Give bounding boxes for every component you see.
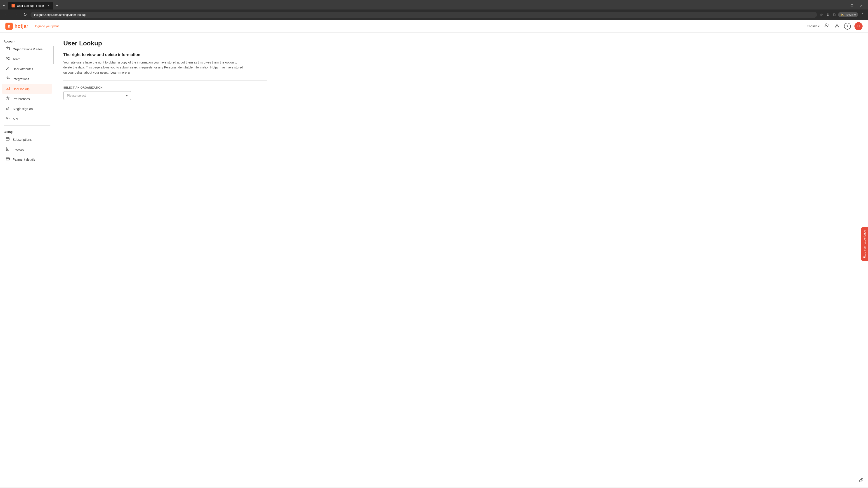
rate-experience-tab[interactable]: Rate your experience [861, 227, 868, 261]
sso-icon [5, 106, 10, 111]
account-section-label: Account [0, 38, 54, 44]
api-icon [5, 116, 10, 121]
profile-icon-button[interactable] [834, 22, 840, 30]
hotjar-logo-icon: h [5, 23, 13, 30]
svg-point-12 [8, 57, 9, 58]
tab-favicon: H [11, 4, 15, 7]
invoices-icon [5, 147, 10, 152]
language-selector[interactable]: English ▾ [807, 24, 819, 28]
sidebar: Account Organizations & sites Team User … [0, 33, 54, 488]
sidebar-item-payment-details[interactable]: Payment details [2, 155, 52, 164]
address-bar[interactable] [31, 12, 817, 18]
minimize-button[interactable]: — [839, 3, 846, 8]
user-avatar[interactable]: U [855, 22, 863, 30]
preferences-icon [5, 96, 10, 101]
sidebar-item-team[interactable]: Team [2, 54, 52, 64]
language-chevron-icon: ▾ [818, 24, 819, 28]
subscriptions-icon [5, 137, 10, 142]
learn-more-text: Learn more [111, 71, 127, 74]
svg-point-17 [7, 77, 8, 78]
sidebar-item-organizations[interactable]: Organizations & sites [2, 44, 52, 54]
header-right: English ▾ ? U [807, 22, 863, 30]
external-link-icon: ⧉ [128, 71, 130, 74]
organizations-label: Organizations & sites [13, 47, 49, 51]
svg-text:h: h [8, 24, 10, 29]
maximize-button[interactable]: ❐ [849, 3, 855, 8]
browser-tab-bar: ▾ H User Lookup - Hotjar × + — ❐ ✕ [0, 0, 868, 9]
payment-details-icon [5, 157, 10, 162]
incognito-icon: 🕵 [840, 13, 844, 16]
learn-more-link[interactable]: Learn more ⧉ [111, 71, 130, 74]
integrations-icon [5, 76, 10, 82]
help-button[interactable]: ? [844, 23, 851, 30]
organizations-icon [5, 46, 10, 52]
sidebar-item-subscriptions[interactable]: Subscriptions [2, 135, 52, 144]
logo-text: hotjar [14, 23, 28, 29]
description-text: Your site users have the right to obtain… [63, 61, 243, 74]
app-header: h hotjar Upgrade your plans English ▾ [0, 20, 868, 33]
svg-marker-22 [6, 97, 9, 99]
organization-select[interactable]: Please select... [63, 91, 131, 100]
user-attributes-label: User attributes [13, 67, 49, 71]
download-icon[interactable]: ⬇ [826, 12, 830, 18]
svg-point-7 [836, 24, 838, 26]
sidebar-item-integrations[interactable]: Integrations [2, 74, 52, 84]
preferences-label: Preferences [13, 97, 49, 101]
tab-list-button[interactable]: ▾ [2, 3, 6, 8]
user-lookup-icon [5, 86, 10, 92]
svg-point-24 [7, 109, 8, 109]
upgrade-plans-link[interactable]: Upgrade your plans [34, 24, 59, 28]
svg-rect-32 [6, 158, 9, 160]
bookmark-icon[interactable]: ☆ [819, 12, 824, 18]
select-org-label: SELECT AN ORGANIZATION: [63, 86, 859, 89]
sidebar-item-invoices[interactable]: Invoices [2, 144, 52, 154]
api-label: API [13, 117, 49, 121]
add-user-button[interactable] [823, 22, 830, 30]
sidebar-item-user-lookup[interactable]: User lookup [2, 84, 52, 94]
browser-tab-active[interactable]: H User Lookup - Hotjar × [8, 2, 53, 9]
invoices-label: Invoices [13, 148, 49, 151]
incognito-label: Incognito [845, 13, 856, 16]
toolbar-actions: ☆ ⬇ ⧉ 🕵 Incognito ⋮ [819, 12, 865, 18]
sidebar-item-user-attributes[interactable]: User attributes [2, 64, 52, 74]
svg-point-11 [6, 57, 8, 59]
sidebar-scrollbar [53, 46, 54, 64]
user-attributes-icon [5, 66, 10, 72]
sidebar-divider [4, 125, 51, 126]
close-window-button[interactable]: ✕ [858, 3, 864, 8]
sidebar-item-sso[interactable]: Single sign-on [2, 104, 52, 113]
section-description: Your site users have the right to obtain… [63, 60, 244, 75]
sidebar-item-api[interactable]: API [2, 114, 52, 124]
rate-experience-label: Rate your experience [863, 230, 866, 258]
payment-details-label: Payment details [13, 158, 49, 161]
org-select-wrapper: Please select... ▼ [63, 91, 131, 100]
svg-rect-19 [6, 87, 9, 90]
sso-label: Single sign-on [13, 107, 49, 111]
app-logo: h hotjar Upgrade your plans [5, 23, 59, 30]
browser-chrome: ▾ H User Lookup - Hotjar × + — ❐ ✕ ← → ↻… [0, 0, 868, 20]
incognito-badge[interactable]: 🕵 Incognito [838, 12, 858, 17]
new-tab-button[interactable]: + [54, 2, 60, 9]
back-button[interactable]: ← [3, 11, 10, 18]
team-label: Team [13, 57, 49, 61]
section-heading: The right to view and delete information [63, 53, 859, 57]
link-icon-button[interactable] [859, 478, 864, 484]
split-view-icon[interactable]: ⧉ [832, 12, 836, 18]
browser-toolbar: ← → ↻ ☆ ⬇ ⧉ 🕵 Incognito ⋮ [0, 9, 868, 20]
tab-close-button[interactable]: × [48, 4, 50, 8]
page-title: User Lookup [63, 40, 859, 47]
tab-title: User Lookup - Hotjar [17, 4, 46, 7]
menu-icon[interactable]: ⋮ [860, 12, 865, 18]
forward-button[interactable]: → [12, 11, 20, 18]
reload-button[interactable]: ↻ [22, 11, 29, 18]
sidebar-item-preferences[interactable]: Preferences [2, 94, 52, 104]
user-lookup-label: User lookup [13, 87, 49, 91]
app-body: Account Organizations & sites Team User … [0, 33, 868, 488]
team-icon [5, 57, 10, 62]
svg-point-15 [8, 78, 9, 79]
language-label: English [807, 24, 817, 28]
svg-rect-26 [6, 138, 9, 140]
svg-text:H: H [13, 5, 14, 7]
integrations-label: Integrations [13, 77, 49, 81]
svg-line-25 [7, 117, 8, 119]
